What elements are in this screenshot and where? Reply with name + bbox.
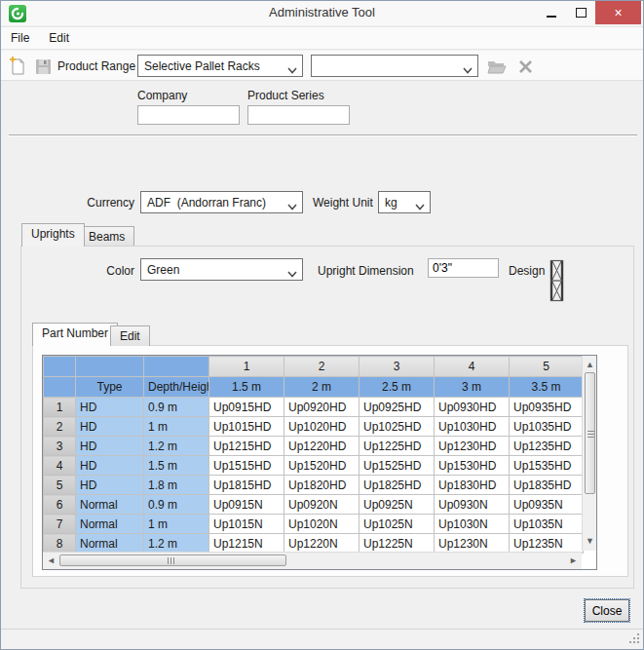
part-number-cell[interactable]: Up1520HD — [284, 456, 360, 476]
tab-uprights[interactable]: Uprights — [21, 223, 85, 247]
part-number-cell[interactable]: Up0920N — [284, 495, 360, 515]
type-cell[interactable]: Normal — [76, 495, 144, 515]
row-number-cell[interactable]: 1 — [44, 398, 76, 417]
part-number-cell[interactable]: Up1230N — [435, 534, 510, 554]
horizontal-scrollbar-thumb[interactable] — [59, 554, 286, 566]
part-number-cell[interactable]: Up0925N — [360, 495, 435, 515]
part-number-cell[interactable]: Up1015N — [209, 515, 284, 534]
part-number-cell[interactable]: Up1030HD — [435, 417, 510, 437]
part-number-cell[interactable]: Up0930N — [435, 495, 510, 515]
part-number-cell[interactable]: Up0935N — [510, 495, 584, 515]
corner-cell — [44, 357, 76, 377]
part-number-cell[interactable]: Up1535HD — [510, 456, 584, 476]
color-combobox[interactable]: Green — [140, 258, 303, 281]
resize-grip[interactable] — [628, 632, 640, 647]
scroll-left-icon[interactable]: ◄ — [47, 556, 56, 565]
tab-part-number[interactable]: Part Number — [32, 323, 118, 346]
part-number-cell[interactable]: Up1530HD — [435, 456, 510, 476]
part-number-cell[interactable]: Up0920HD — [284, 398, 360, 417]
scroll-right-icon[interactable]: ► — [569, 556, 578, 565]
part-number-cell[interactable]: Up1515HD — [209, 456, 284, 476]
part-number-cell[interactable]: Up1030N — [435, 515, 510, 534]
tab-edit[interactable]: Edit — [110, 325, 150, 346]
part-number-cell[interactable]: Up0915N — [209, 495, 284, 515]
depth-cell[interactable]: 1.2 m — [144, 437, 209, 456]
type-cell[interactable]: HD — [76, 476, 144, 495]
part-number-cell[interactable]: Up1035HD — [510, 417, 584, 437]
open-folder-button[interactable] — [486, 56, 508, 77]
tab-beams[interactable]: Beams — [79, 226, 134, 247]
scroll-up-icon[interactable]: ▲ — [586, 361, 594, 369]
depth-cell[interactable]: 1 m — [144, 417, 209, 437]
currency-combobox[interactable]: ADF (Andorran Franc) — [140, 191, 303, 213]
upright-dimension-field[interactable] — [428, 258, 499, 278]
parts-table-body: 1HD0.9 mUp0915HDUp0920HDUp0925HDUp0930HD… — [44, 398, 584, 554]
part-number-cell[interactable]: Up1025HD — [360, 417, 435, 437]
depth-cell[interactable]: 1.5 m — [144, 456, 209, 476]
type-cell[interactable]: HD — [76, 456, 144, 476]
vertical-scrollbar-thumb[interactable] — [585, 372, 595, 494]
product-range-combobox[interactable]: Selective Pallet Racks — [137, 55, 303, 77]
part-number-cell[interactable]: Up0915HD — [209, 398, 284, 417]
row-number-cell[interactable]: 5 — [44, 476, 76, 495]
part-number-cell[interactable]: Up1235HD — [510, 437, 584, 456]
type-cell[interactable]: HD — [76, 417, 144, 437]
type-cell[interactable]: Normal — [76, 534, 144, 554]
type-cell[interactable]: HD — [76, 398, 144, 417]
weight-unit-combobox[interactable]: kg — [378, 191, 431, 213]
product-series-field[interactable] — [247, 105, 350, 125]
row-number-cell[interactable]: 7 — [44, 515, 76, 534]
header-cell — [76, 357, 144, 377]
menu-edit[interactable]: Edit — [39, 28, 79, 48]
horizontal-scrollbar[interactable]: ◄ ► — [43, 552, 582, 569]
part-number-cell[interactable]: Up1225N — [360, 534, 435, 554]
delete-button[interactable] — [514, 56, 536, 77]
part-number-cell[interactable]: Up0930HD — [435, 398, 510, 417]
part-number-cell[interactable]: Up0935HD — [510, 398, 584, 417]
saved-range-combobox[interactable] — [311, 55, 478, 77]
row-number-cell[interactable]: 4 — [44, 456, 76, 476]
part-number-cell[interactable]: Up1220N — [284, 534, 360, 554]
part-number-cell[interactable]: Up0925HD — [360, 398, 435, 417]
depth-cell[interactable]: 1.2 m — [144, 534, 209, 554]
new-document-button[interactable] — [7, 56, 28, 77]
type-cell[interactable]: HD — [76, 437, 144, 456]
minimize-button[interactable] — [537, 1, 566, 24]
vertical-scrollbar[interactable]: ▲ ▼ — [582, 356, 596, 551]
part-number-cell[interactable]: Up1230HD — [435, 437, 510, 456]
part-number-cell[interactable]: Up1220HD — [284, 437, 360, 456]
part-number-cell[interactable]: Up1815HD — [209, 476, 284, 495]
type-cell[interactable]: Normal — [76, 515, 144, 534]
part-number-cell[interactable]: Up1020HD — [284, 417, 360, 437]
chevron-down-icon — [287, 200, 297, 213]
row-number-cell[interactable]: 6 — [44, 495, 76, 515]
close-icon: × — [614, 5, 622, 20]
part-number-cell[interactable]: Up1020N — [284, 515, 360, 534]
depth-cell[interactable]: 0.9 m — [144, 398, 209, 417]
scroll-down-icon[interactable]: ▼ — [586, 537, 594, 546]
part-number-cell[interactable]: Up1215N — [209, 534, 284, 554]
part-number-cell[interactable]: Up1235N — [510, 534, 584, 554]
part-number-cell[interactable]: Up1015HD — [209, 417, 284, 437]
row-number-cell[interactable]: 3 — [44, 437, 76, 456]
part-number-cell[interactable]: Up1825HD — [360, 476, 435, 495]
depth-cell[interactable]: 1.8 m — [144, 476, 209, 495]
close-window-button[interactable]: × — [595, 1, 641, 24]
part-number-cell[interactable]: Up1525HD — [360, 456, 435, 476]
part-number-cell[interactable]: Up1035N — [510, 515, 584, 534]
company-field[interactable] — [137, 105, 240, 125]
depth-cell[interactable]: 1 m — [144, 515, 209, 534]
part-number-cell[interactable]: Up1225HD — [360, 437, 435, 456]
part-number-cell[interactable]: Up1820HD — [284, 476, 360, 495]
close-button[interactable]: Close — [585, 599, 629, 622]
depth-cell[interactable]: 0.9 m — [144, 495, 209, 515]
maximize-button[interactable] — [566, 1, 595, 24]
row-number-cell[interactable]: 2 — [44, 417, 76, 437]
part-number-cell[interactable]: Up1215HD — [209, 437, 284, 456]
save-button[interactable] — [32, 56, 54, 77]
part-number-cell[interactable]: Up1025N — [360, 515, 435, 534]
row-number-cell[interactable]: 8 — [44, 534, 76, 554]
part-number-cell[interactable]: Up1830HD — [435, 476, 510, 495]
menu-file[interactable]: File — [1, 28, 39, 48]
part-number-cell[interactable]: Up1835HD — [510, 476, 584, 495]
